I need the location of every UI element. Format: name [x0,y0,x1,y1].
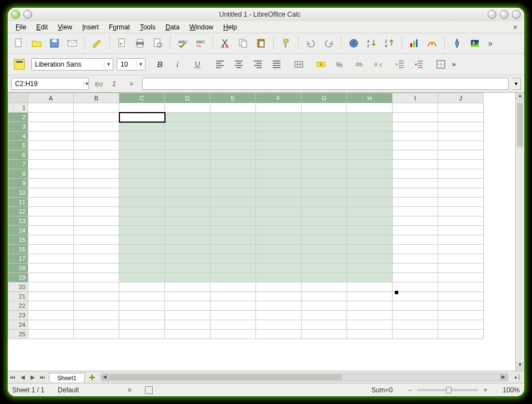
cell[interactable] [393,254,438,264]
cell[interactable] [347,141,393,150]
cell[interactable] [74,301,119,311]
gallery-icon[interactable] [467,36,483,51]
cell[interactable] [438,292,484,301]
row-header[interactable]: 1 [8,103,28,113]
increase-indent-icon[interactable] [411,57,426,72]
cell[interactable] [28,330,74,339]
font-name-input[interactable] [32,60,104,68]
cell[interactable] [302,188,347,198]
cell[interactable] [256,301,302,311]
cell[interactable] [302,320,347,330]
cell[interactable] [438,226,484,235]
cell[interactable] [347,311,393,320]
cell[interactable] [165,330,210,339]
cell[interactable] [347,207,393,216]
cell[interactable] [256,245,302,254]
cell[interactable] [347,301,393,311]
cell[interactable] [302,160,347,169]
cell[interactable] [438,301,484,311]
cell[interactable] [256,226,302,235]
styles-icon[interactable] [11,56,28,73]
vscroll-thumb[interactable] [517,103,523,147]
cell[interactable] [74,198,119,207]
cell[interactable] [165,113,210,122]
cell[interactable] [165,273,210,282]
cell[interactable] [28,150,74,160]
cell[interactable] [393,320,438,330]
row-header[interactable]: 20 [8,282,28,292]
sort-desc-icon[interactable]: ZA [382,36,397,51]
cell[interactable] [438,150,484,160]
cell[interactable] [28,103,74,113]
cell[interactable] [28,226,74,235]
cell[interactable] [28,292,74,301]
cell[interactable] [256,150,302,160]
column-header[interactable]: F [256,93,302,103]
cell[interactable] [438,141,484,150]
cell[interactable] [393,216,438,226]
show-draw-icon[interactable] [424,36,440,51]
zoom-slider[interactable]: − + [406,386,489,394]
add-sheet-icon[interactable] [87,372,97,382]
cell[interactable] [256,273,302,282]
name-box[interactable]: ▼ [11,78,89,90]
cell[interactable] [165,216,210,226]
cell[interactable] [210,169,256,179]
italic-icon[interactable]: i [171,57,187,72]
row-header[interactable]: 14 [8,226,28,235]
font-size-input[interactable] [117,60,136,68]
cell[interactable] [28,132,74,141]
column-header[interactable]: A [28,93,74,103]
cell[interactable] [210,141,256,150]
cell[interactable] [74,311,119,320]
cell[interactable] [28,141,74,150]
cell[interactable] [256,207,302,216]
cell[interactable] [119,254,165,264]
row-header[interactable]: 11 [8,198,28,207]
cell[interactable] [165,320,210,330]
cell[interactable] [210,282,256,292]
scroll-left-icon[interactable]: ◀ [101,374,109,381]
cell[interactable] [393,292,438,301]
chevron-down-icon[interactable]: ▼ [136,62,145,67]
bold-icon[interactable]: B [152,57,168,72]
cell[interactable] [393,103,438,113]
cell[interactable] [438,113,484,122]
sheet-table[interactable]: ABCDEFGHIJ123456789101112131415161718192… [8,93,484,339]
cell[interactable] [119,216,165,226]
cell[interactable] [210,179,256,188]
cell[interactable] [210,301,256,311]
cell[interactable] [302,150,347,160]
underline-icon[interactable]: U [190,57,205,72]
cell[interactable] [393,226,438,235]
cell[interactable] [256,311,302,320]
row-header[interactable]: 12 [8,207,28,216]
zoom-value[interactable]: 100% [503,386,520,394]
email-icon[interactable] [64,36,80,51]
zoom-knob[interactable] [446,387,451,393]
sort-asc-icon[interactable]: AZ [364,36,379,51]
cell[interactable] [302,301,347,311]
cell[interactable] [347,150,393,160]
cell[interactable] [74,254,119,264]
row-header[interactable]: 23 [8,311,28,320]
cell[interactable] [119,141,165,150]
zoom-out-icon[interactable]: − [406,386,414,394]
cell[interactable] [302,254,347,264]
cell[interactable] [347,273,393,282]
row-header[interactable]: 22 [8,301,28,311]
cell[interactable] [210,113,256,122]
cell[interactable] [28,216,74,226]
cell[interactable] [74,132,119,141]
cell[interactable] [302,179,347,188]
cell[interactable] [119,320,165,330]
cell[interactable] [256,198,302,207]
cell[interactable] [347,132,393,141]
cell[interactable] [28,188,74,198]
window-menu-icon[interactable] [23,10,32,19]
cell[interactable] [302,132,347,141]
cell[interactable] [28,179,74,188]
cell[interactable] [28,122,74,132]
cell[interactable] [165,160,210,169]
chart-icon[interactable] [406,36,422,51]
